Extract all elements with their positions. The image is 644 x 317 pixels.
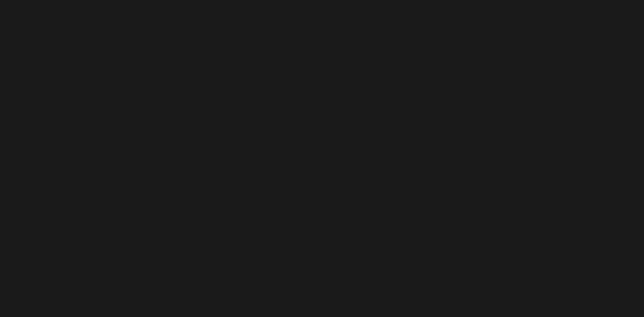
quadrant-4 [323,159,644,317]
quadrant-3 [0,159,322,317]
quadrant-2 [323,0,644,158]
quadrant-1 [0,0,322,158]
